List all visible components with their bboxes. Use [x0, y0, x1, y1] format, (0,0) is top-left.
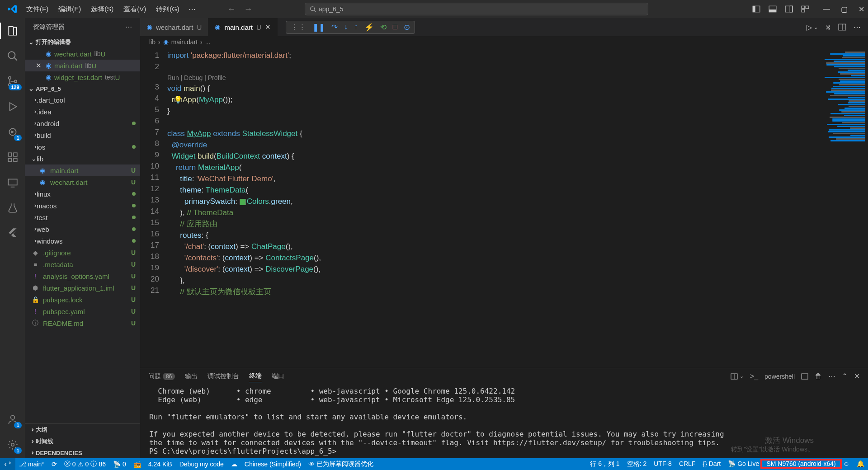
open-editor-item[interactable]: ✕◉main.dartlibU	[25, 60, 140, 71]
term-shell-icon[interactable]: >_	[750, 372, 758, 381]
status-screenreader[interactable]: 👁 已为屏幕阅读器优化	[305, 458, 377, 470]
activity-remote[interactable]	[5, 175, 20, 190]
activity-flutter[interactable]	[5, 226, 20, 240]
activity-debug-alt[interactable]: 1	[5, 125, 20, 139]
file-item[interactable]: ≡.metadataU	[25, 258, 140, 270]
panel-maximize-icon[interactable]: ⌃	[842, 372, 848, 381]
activity-debug[interactable]	[5, 99, 20, 114]
status-debug[interactable]: Debug my code	[176, 458, 227, 470]
command-center[interactable]: app_6_5	[305, 3, 648, 15]
activity-testing[interactable]	[5, 201, 20, 215]
editor-body[interactable]: 12 3456789101112131415161718192021 💡impo…	[140, 48, 868, 368]
panel-tab[interactable]: 端口	[272, 371, 284, 382]
status-device[interactable]: SM N9760 (android-x64)	[763, 460, 839, 467]
menu-item[interactable]: 文件(F)	[22, 3, 53, 15]
activity-accounts[interactable]: 1	[5, 412, 20, 427]
tab-close-icon[interactable]: ✕	[265, 23, 271, 31]
open-editors-header[interactable]: ⌄打开的编辑器	[25, 36, 140, 48]
debug-restart-icon[interactable]: ⟲	[380, 23, 387, 32]
folder-item[interactable]: ⌄ macos	[25, 200, 140, 212]
lightbulb-icon[interactable]: 💡	[174, 94, 183, 105]
term-split-icon[interactable]	[731, 373, 738, 380]
debug-step-out-icon[interactable]: ↑	[354, 23, 358, 32]
close-icon[interactable]: ✕	[36, 61, 43, 70]
folder-item[interactable]: ⌄ web	[25, 223, 140, 235]
file-item[interactable]: ◆.gitignoreU	[25, 247, 140, 258]
folder-item[interactable]: ⌄ ios	[25, 141, 140, 153]
folder-item[interactable]: ⌄ .dart_tool	[25, 94, 140, 106]
nav-forward-icon[interactable]: →	[244, 4, 253, 14]
status-ports[interactable]: 📡 0	[109, 458, 130, 470]
folder-item[interactable]: ⌄ android	[25, 118, 140, 129]
status-eol[interactable]: CRLF	[675, 460, 699, 467]
window-close-icon[interactable]: ✕	[859, 5, 864, 14]
status-branch[interactable]: ⎇ main*	[15, 458, 48, 470]
debug-pause-icon[interactable]: ❚❚	[312, 23, 325, 32]
status-problems[interactable]: ⓧ 0 ⚠ 0 ⓘ 86	[61, 458, 109, 470]
status-sync[interactable]: ⟳	[48, 458, 61, 470]
status-size[interactable]: 4.24 KiB	[145, 458, 176, 470]
panel-close-icon[interactable]: ✕	[854, 372, 860, 381]
file-item[interactable]: ⓘREADME.mdU	[25, 317, 140, 329]
status-lang-server[interactable]: ☁	[227, 458, 241, 470]
minimap[interactable]	[818, 48, 868, 368]
activity-settings[interactable]: 1	[5, 437, 20, 452]
breadcrumb[interactable]: lib› ◉main.dart› ...	[140, 36, 868, 48]
folder-item[interactable]: ⌄ lib	[25, 153, 140, 164]
terminal-output[interactable]: Chrome (web) • chrome • web-javascript •…	[140, 384, 868, 458]
file-item[interactable]: !pubspec.yamlU	[25, 306, 140, 317]
layout-sidebar-right-icon[interactable]	[785, 5, 793, 13]
term-trash-icon[interactable]: 🗑	[815, 372, 822, 381]
file-item[interactable]: ◉main.dartU	[25, 164, 140, 176]
timeline-header[interactable]: ⌄时间线	[25, 436, 140, 447]
menu-item[interactable]: 转到(G)	[151, 3, 184, 15]
open-editor-item[interactable]: ✕◉widget_test.darttestU	[25, 71, 140, 83]
editor-more-icon[interactable]: ⋯	[854, 23, 861, 32]
file-item[interactable]: ⬢flutter_application_1.imlU	[25, 282, 140, 294]
window-maximize-icon[interactable]: ▢	[841, 5, 848, 14]
file-item[interactable]: ◉wechart.dartU	[25, 176, 140, 188]
folder-item[interactable]: ⌄ .idea	[25, 106, 140, 118]
menu-overflow[interactable]: ⋯	[184, 3, 200, 15]
folder-item[interactable]: ⌄ windows	[25, 235, 140, 247]
activity-explorer[interactable]	[5, 24, 20, 38]
status-indent[interactable]: 空格: 2	[623, 460, 651, 468]
outline-header[interactable]: ⌄大纲	[25, 424, 140, 436]
folder-item[interactable]: ⌄ linux	[25, 188, 140, 200]
nav-back-icon[interactable]: ←	[227, 4, 236, 14]
run-icon[interactable]: ▷	[807, 23, 812, 32]
panel-tab[interactable]: 问题86	[148, 371, 175, 382]
menu-item[interactable]: 编辑(E)	[54, 3, 85, 15]
status-bell-icon[interactable]: 🔔	[853, 460, 868, 467]
folder-item[interactable]: ⌄ test	[25, 212, 140, 223]
panel-tab[interactable]: 调试控制台	[208, 371, 239, 382]
window-minimize-icon[interactable]: —	[823, 5, 830, 14]
debug-hot-reload-icon[interactable]: ⚡	[364, 23, 374, 32]
debug-step-over-icon[interactable]: ↷	[331, 23, 338, 32]
layout-customize-icon[interactable]	[801, 5, 809, 13]
panel-tab[interactable]: 输出	[185, 371, 198, 382]
debug-inspect-icon[interactable]: ⊙	[404, 23, 410, 32]
codelens[interactable]: Run | Debug | Profile	[167, 72, 818, 84]
status-cursor[interactable]: 行 6，列 1	[586, 460, 623, 468]
panel-tab[interactable]: 终端	[249, 370, 262, 382]
status-radio[interactable]: 📻	[130, 458, 145, 470]
debug-drag-icon[interactable]: ⋮⋮	[291, 23, 306, 32]
debug-step-into-icon[interactable]: ↓	[344, 23, 348, 32]
explorer-more-icon[interactable]: ⋯	[126, 24, 132, 31]
status-mode[interactable]: {} Dart	[699, 460, 724, 467]
editor-tab[interactable]: ◉main.dartU✕	[208, 18, 277, 36]
split-editor-icon[interactable]	[838, 23, 846, 31]
term-more-icon[interactable]: ⋯	[828, 372, 835, 381]
menu-item[interactable]: 选择(S)	[86, 3, 118, 15]
open-editor-item[interactable]: ✕◉wechart.dartlibU	[25, 48, 140, 60]
debug-stop-icon[interactable]: □	[393, 23, 397, 32]
status-golive[interactable]: 📡 Go Live	[724, 460, 763, 467]
activity-extensions[interactable]	[5, 150, 20, 164]
activity-search[interactable]	[5, 49, 20, 63]
file-item[interactable]: !analysis_options.yamlU	[25, 270, 140, 282]
status-language[interactable]: Chinese (Simplified)	[241, 458, 305, 470]
status-feedback-icon[interactable]: ☺	[840, 460, 853, 467]
folder-item[interactable]: ⌄ build	[25, 129, 140, 141]
project-header[interactable]: ⌄APP_6_5	[25, 83, 140, 94]
